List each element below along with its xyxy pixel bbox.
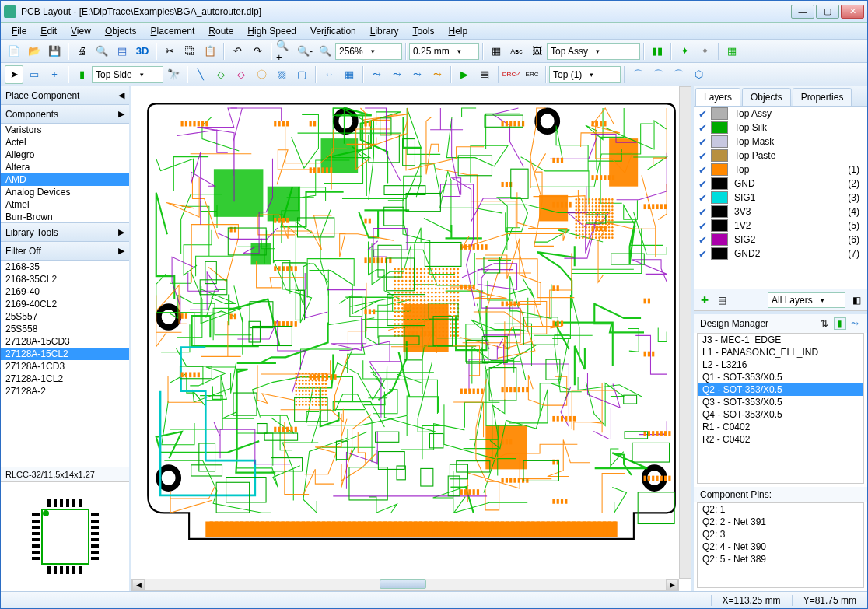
scroll-thumb[interactable]: [380, 579, 426, 589]
shape-tool-2[interactable]: ⌒: [649, 65, 667, 84]
menu-objects[interactable]: Objects: [99, 24, 143, 38]
dm-item[interactable]: L1 - PANASONIC_ELL_IND: [698, 346, 863, 359]
dm-net-button[interactable]: ⤳: [849, 317, 861, 330]
paste-button[interactable]: 📋: [201, 42, 219, 61]
find-button[interactable]: 🔭: [164, 65, 183, 84]
layer-swatch[interactable]: [711, 177, 728, 190]
dm-item[interactable]: Q4 - SOT-353/X0.5: [698, 408, 863, 421]
add-layer-button[interactable]: ✚: [698, 294, 711, 306]
tab-properties[interactable]: Properties: [793, 88, 852, 106]
layer-row[interactable]: ✔Top(1): [694, 163, 867, 177]
menu-highspeed[interactable]: High Speed: [241, 24, 303, 38]
layer-props-button[interactable]: ▤: [716, 294, 728, 306]
open-button[interactable]: 📂: [25, 42, 44, 61]
check-icon[interactable]: ✔: [697, 234, 708, 246]
maximize-button[interactable]: ▢: [816, 5, 839, 19]
layer-display-button[interactable]: ▦: [487, 42, 506, 61]
check-icon[interactable]: ✔: [697, 206, 708, 218]
library-item[interactable]: Analog Devices: [1, 186, 129, 198]
layer-swatch[interactable]: [711, 149, 728, 162]
side-combo[interactable]: Top Side: [92, 66, 163, 83]
tool-c-button[interactable]: ✦: [695, 42, 714, 61]
part-item[interactable]: 2169-40: [1, 285, 129, 298]
layer-swatch[interactable]: [711, 247, 728, 260]
titlebar[interactable]: PCB Layout - [E:\DipTrace\Examples\BGA_a…: [1, 1, 867, 23]
layer-swatch[interactable]: [711, 163, 728, 176]
part-item[interactable]: 25S557: [1, 310, 129, 323]
library-item[interactable]: Allegro: [1, 149, 129, 161]
dm-item[interactable]: J3 - MEC-1_EDGE: [698, 334, 863, 346]
check-icon[interactable]: ✔: [697, 248, 708, 260]
copy-button[interactable]: ⿻: [180, 42, 199, 61]
horizontal-scrollbar[interactable]: ◀ ▶: [131, 579, 679, 591]
scroll-left-button[interactable]: ◀: [132, 579, 145, 590]
menu-edit[interactable]: Edit: [34, 24, 63, 38]
run-button[interactable]: ▶: [455, 65, 474, 84]
board-tool[interactable]: ▢: [292, 65, 311, 84]
component-library-list[interactable]: VaristorsActelAllegroAlteraAMDAnalog Dev…: [1, 124, 129, 223]
layer-row[interactable]: ✔Top Assy: [694, 107, 867, 121]
menu-file[interactable]: File: [5, 24, 33, 38]
layer-swatch[interactable]: [711, 233, 728, 246]
scroll-right-button[interactable]: ▶: [666, 579, 678, 590]
part-item[interactable]: 27128A-15CD3: [1, 335, 129, 348]
dm-item[interactable]: R2 - C0402: [698, 433, 863, 446]
check-icon[interactable]: ✔: [697, 192, 708, 204]
library-item[interactable]: Actel: [1, 136, 129, 149]
part-item[interactable]: 2168-35: [1, 261, 129, 273]
undo-button[interactable]: ↶: [228, 42, 247, 61]
zoom-window-button[interactable]: 🔍: [316, 42, 334, 61]
grid-combo[interactable]: 0.25 mm: [409, 43, 479, 60]
check-icon[interactable]: ✔: [697, 220, 708, 232]
text-abc-button[interactable]: Aʙc: [507, 42, 526, 61]
layer-row[interactable]: ✔1V2(5): [694, 219, 867, 233]
tool-d-button[interactable]: ▦: [723, 42, 741, 61]
menu-library[interactable]: Library: [364, 24, 405, 38]
part-item[interactable]: 2169-40CL2: [1, 298, 129, 310]
part-item[interactable]: 2168-35CL2: [1, 273, 129, 285]
layer-row[interactable]: ✔SIG1(3): [694, 191, 867, 205]
place-component-header[interactable]: Place Component◀: [1, 86, 129, 105]
print-button[interactable]: 🖨: [72, 42, 91, 61]
dm-item[interactable]: R1 - C0402: [698, 421, 863, 433]
parts-list[interactable]: 2168-352168-35CL22169-402169-40CL225S557…: [1, 261, 129, 467]
net-tool-4[interactable]: ⤳: [428, 65, 446, 84]
titles-button[interactable]: ▤: [113, 42, 131, 61]
component-tool[interactable]: ▮: [72, 65, 91, 84]
drc-button[interactable]: DRC✓: [502, 65, 521, 84]
library-item[interactable]: Burr-Brown: [1, 211, 129, 223]
dm-item[interactable]: Q2 - SOT-353/X0.5: [698, 383, 863, 396]
pin-item[interactable]: Q2: 4 - Net 390: [698, 541, 863, 553]
erc-button[interactable]: ERC: [523, 65, 541, 84]
layer-combo[interactable]: Top (1): [549, 66, 621, 83]
check-icon[interactable]: ✔: [697, 164, 708, 176]
tab-objects[interactable]: Objects: [742, 88, 791, 106]
3d-button[interactable]: 3D: [133, 42, 152, 61]
picture-button[interactable]: 🖼: [527, 42, 546, 61]
dm-item[interactable]: Q1 - SOT-353/X0.5: [698, 371, 863, 383]
filter-header[interactable]: Filter Off▶: [1, 242, 129, 261]
layer-row[interactable]: ✔Top Mask: [694, 135, 867, 149]
layer-row[interactable]: ✔GND(2): [694, 177, 867, 191]
layer-swatch[interactable]: [711, 191, 728, 204]
dm-item[interactable]: Q3 - SOT-353/X0.5: [698, 396, 863, 408]
dm-component-button[interactable]: ▮: [834, 317, 846, 330]
part-item[interactable]: 25S558: [1, 323, 129, 335]
net-tool-3[interactable]: ⤳: [408, 65, 426, 84]
close-button[interactable]: ✕: [841, 5, 864, 19]
check-icon[interactable]: ✔: [697, 150, 708, 162]
new-button[interactable]: 📄: [5, 42, 23, 61]
menu-verification[interactable]: Verification: [304, 24, 362, 38]
vertical-scrollbar[interactable]: [679, 86, 691, 579]
layer-swatch[interactable]: [711, 135, 728, 148]
check-icon[interactable]: ✔: [697, 122, 708, 134]
polygon-tool[interactable]: ▨: [272, 65, 291, 84]
layers-list[interactable]: ✔Top Assy✔Top Silk✔Top Mask✔Top Paste✔To…: [694, 107, 867, 289]
dm-item[interactable]: L2 - L3216: [698, 359, 863, 371]
measure-tool[interactable]: ▭: [25, 65, 44, 84]
route-manual-tool[interactable]: ╲: [191, 65, 210, 84]
tab-layers[interactable]: Layers: [695, 88, 740, 106]
library-item[interactable]: Varistors: [1, 124, 129, 136]
shape-tool-3[interactable]: ⌒: [669, 65, 688, 84]
minimize-button[interactable]: —: [791, 5, 814, 19]
